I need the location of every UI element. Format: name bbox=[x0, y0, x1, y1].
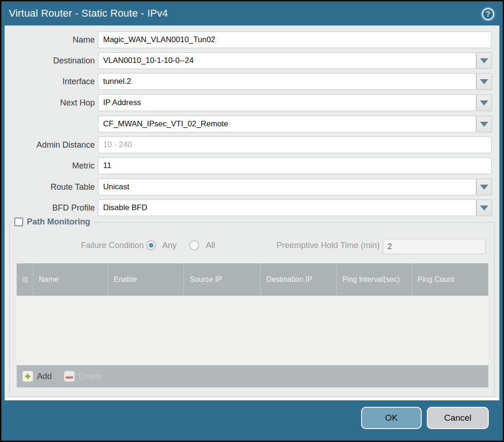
next-hop-address-dropdown-button[interactable] bbox=[476, 116, 492, 132]
destination-input[interactable] bbox=[98, 52, 476, 69]
row-metric: Metric bbox=[5, 157, 499, 174]
row-next-hop: Next Hop bbox=[5, 94, 499, 111]
interface-dropdown-button[interactable] bbox=[476, 73, 492, 90]
admin-distance-label: Admin Distance bbox=[5, 137, 95, 153]
row-bfd-profile: BFD Profile bbox=[5, 199, 499, 216]
path-monitoring-table: Name Enable Source IP Destination IP Pin… bbox=[17, 263, 488, 387]
next-hop-address-input[interactable] bbox=[98, 116, 476, 132]
interface-input[interactable] bbox=[98, 73, 476, 90]
next-hop-select[interactable] bbox=[98, 94, 476, 111]
static-route-dialog: Virtual Router - Static Route - IPv4 ? N… bbox=[0, 0, 504, 442]
row-destination: Destination bbox=[5, 52, 499, 69]
plus-icon: ✚ bbox=[22, 371, 33, 382]
chevron-down-icon bbox=[480, 205, 488, 211]
path-monitoring-legend: Path Monitoring bbox=[12, 217, 94, 227]
chevron-down-icon bbox=[480, 100, 488, 106]
metric-label: Metric bbox=[5, 157, 95, 174]
row-next-hop-address bbox=[5, 116, 499, 132]
preemptive-hold-time-label: Preemptive Hold Time (min) bbox=[241, 241, 380, 250]
path-monitoring-title: Path Monitoring bbox=[27, 217, 90, 227]
failure-condition-all-label: All bbox=[206, 241, 215, 250]
row-interface: Interface bbox=[5, 73, 499, 90]
dialog-titlebar: Virtual Router - Static Route - IPv4 ? bbox=[1, 1, 503, 25]
metric-input[interactable] bbox=[98, 157, 492, 174]
column-header-ping-count[interactable]: Ping Count bbox=[412, 263, 488, 296]
add-button-label: Add bbox=[37, 372, 52, 381]
bfd-profile-select[interactable] bbox=[98, 199, 476, 216]
route-table-dropdown-button[interactable] bbox=[476, 179, 492, 195]
chevron-down-icon bbox=[480, 79, 488, 84]
select-all-cell bbox=[17, 263, 33, 296]
preemptive-hold-time-input[interactable] bbox=[383, 239, 486, 254]
column-header-ping-interval[interactable]: Ping Interval(sec) bbox=[337, 263, 412, 296]
path-monitoring-checkbox[interactable] bbox=[14, 218, 23, 226]
table-body-empty[interactable] bbox=[17, 296, 488, 365]
cancel-button[interactable]: Cancel bbox=[427, 407, 489, 429]
route-table-label: Route Table bbox=[5, 179, 95, 195]
column-header-name[interactable]: Name bbox=[33, 263, 108, 296]
help-icon[interactable]: ? bbox=[482, 8, 494, 20]
dialog-body: Name Destination Interface Next Hop bbox=[5, 25, 499, 400]
ok-button[interactable]: OK bbox=[361, 407, 422, 429]
row-admin-distance: Admin Distance bbox=[5, 137, 499, 153]
destination-dropdown-button[interactable] bbox=[476, 52, 492, 69]
chevron-down-icon bbox=[480, 58, 488, 63]
failure-condition-any-label: Any bbox=[162, 241, 177, 250]
row-name: Name bbox=[5, 31, 499, 48]
table-footer-toolbar: ✚ Add ▬ Delete bbox=[17, 365, 488, 387]
path-monitoring-section: Path Monitoring Failure Condition Any Al… bbox=[9, 222, 495, 397]
next-hop-label: Next Hop bbox=[5, 94, 95, 111]
name-label: Name bbox=[5, 31, 95, 48]
dialog-title: Virtual Router - Static Route - IPv4 bbox=[9, 7, 168, 19]
row-route-table: Route Table bbox=[5, 179, 499, 195]
failure-condition-all-radio[interactable] bbox=[189, 240, 199, 250]
bfd-profile-label: BFD Profile bbox=[5, 199, 95, 216]
help-glyph: ? bbox=[486, 10, 491, 19]
column-header-destination-ip[interactable]: Destination IP bbox=[261, 263, 337, 296]
name-input[interactable] bbox=[98, 31, 492, 48]
select-all-checkbox[interactable] bbox=[21, 276, 29, 283]
minus-icon: ▬ bbox=[64, 371, 75, 382]
chevron-down-icon bbox=[480, 122, 488, 127]
route-table-select[interactable] bbox=[98, 179, 476, 195]
delete-button[interactable]: ▬ Delete bbox=[64, 371, 103, 382]
failure-condition-label: Failure Condition bbox=[65, 241, 144, 250]
bfd-profile-dropdown-button[interactable] bbox=[476, 199, 492, 216]
chevron-down-icon bbox=[480, 185, 488, 190]
destination-label: Destination bbox=[5, 52, 95, 69]
add-button[interactable]: ✚ Add bbox=[22, 371, 52, 382]
interface-label: Interface bbox=[5, 73, 95, 90]
column-header-enable[interactable]: Enable bbox=[108, 263, 184, 296]
table-header-row: Name Enable Source IP Destination IP Pin… bbox=[17, 263, 488, 296]
column-header-source-ip[interactable]: Source IP bbox=[184, 263, 261, 296]
dialog-footer: OK Cancel bbox=[1, 400, 503, 441]
failure-condition-row: Failure Condition Any All Preemptive Hol… bbox=[10, 238, 494, 254]
admin-distance-input[interactable] bbox=[98, 137, 492, 153]
next-hop-dropdown-button[interactable] bbox=[476, 94, 492, 111]
failure-condition-any-radio[interactable] bbox=[146, 240, 156, 250]
delete-button-label: Delete bbox=[79, 372, 103, 381]
